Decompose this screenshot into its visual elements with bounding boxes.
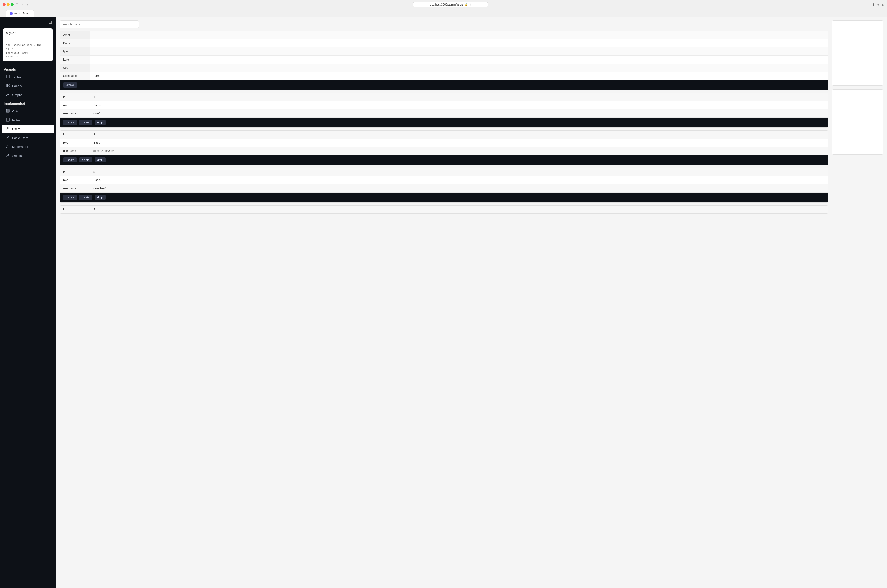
svg-rect-11 (6, 110, 9, 112)
drop-button-1[interactable]: drop (95, 120, 105, 125)
user-3-id: 3 (90, 168, 828, 176)
sidebar-item-graphs[interactable]: Graphs (2, 90, 54, 99)
sidebar-item-admins[interactable]: Admins (2, 151, 54, 160)
id-label: id (60, 206, 90, 213)
sign-out-card: Sign out You logged as user with: id: 1 … (3, 28, 53, 61)
record-row: role Basic (60, 139, 828, 147)
new-tab-icon[interactable]: ＋ (877, 3, 880, 7)
svg-rect-5 (8, 84, 9, 86)
sidebar-item-moderators-label: Moderators (12, 145, 28, 148)
user-card-1: id 1 role Basic username user1 update de… (60, 93, 828, 128)
share-icon[interactable]: ⬆ (872, 3, 875, 6)
drop-button-3[interactable]: drop (95, 195, 105, 200)
sidebar: ⊟ Sign out You logged as user with: id: … (0, 17, 56, 588)
svg-point-21 (6, 145, 8, 146)
sidebar-item-users[interactable]: Users (2, 125, 54, 133)
tab-title: Admin Panel (14, 12, 30, 15)
delete-button-3[interactable]: delete (79, 195, 92, 200)
sidebar-item-tables-label: Tables (12, 75, 21, 79)
field-input-amet[interactable] (90, 31, 828, 39)
user-info: You logged as user with: id: 1 username:… (6, 43, 50, 59)
record-row: username newUser3 (60, 184, 828, 192)
drop-button-2[interactable]: drop (95, 158, 105, 162)
field-label-dolor: Dolor (60, 39, 90, 47)
user-card-3: id 3 role Basic username newUser3 update… (60, 168, 828, 202)
sidebar-toggle-icon[interactable]: ⊟ (15, 3, 18, 7)
user-3-actions: update delete drop (60, 192, 828, 202)
sidebar-item-basic-users[interactable]: Basic users (2, 134, 54, 142)
graphs-icon (6, 93, 10, 97)
windows-icon[interactable]: ⧉ (882, 3, 884, 7)
search-input[interactable] (60, 21, 139, 28)
field-value-selectable[interactable]: Parrot (90, 72, 828, 80)
svg-rect-4 (6, 84, 8, 87)
username-label: username (60, 147, 90, 155)
basic-users-icon (6, 136, 10, 140)
sidebar-section-visuals: Visuals (0, 65, 56, 73)
create-form: Amet Dolor Ipsum Lorem Set (60, 31, 828, 90)
user-2-role: Basic (90, 139, 828, 147)
user-2-username: someOtherUser (90, 147, 828, 155)
svg-point-22 (8, 145, 9, 146)
reload-icon[interactable]: ↻ (469, 3, 472, 6)
forward-icon[interactable]: › (26, 2, 29, 7)
svg-rect-6 (8, 86, 9, 87)
id-label: id (60, 130, 90, 138)
sidebar-item-cats[interactable]: Cats (2, 107, 54, 116)
sign-out-button[interactable]: Sign out (6, 32, 16, 34)
sidebar-item-moderators[interactable]: Moderators (2, 142, 54, 151)
field-label-amet: Amet (60, 31, 90, 39)
user-3-username: newUser3 (90, 184, 828, 192)
field-input-dolor[interactable] (90, 39, 828, 47)
update-button-1[interactable]: update (63, 120, 77, 125)
sidebar-item-graphs-label: Graphs (12, 93, 23, 97)
record-row: id 3 (60, 168, 828, 176)
record-row: id 1 (60, 93, 828, 101)
delete-button-2[interactable]: delete (79, 158, 92, 162)
field-input-ipsum[interactable] (90, 48, 828, 56)
update-button-3[interactable]: update (63, 195, 77, 200)
user-1-actions: update delete drop (60, 117, 828, 128)
record-row: username someOtherUser (60, 147, 828, 155)
sidebar-item-panels[interactable]: Panels (2, 82, 54, 90)
close-button[interactable] (3, 3, 6, 6)
user-3-role: Basic (90, 176, 828, 184)
sidebar-item-basic-users-label: Basic users (12, 136, 29, 140)
svg-point-19 (7, 128, 8, 129)
maximize-button[interactable] (11, 3, 14, 6)
field-input-lorem[interactable] (90, 56, 828, 63)
role-label: role (60, 101, 90, 109)
field-label-ipsum: Ipsum (60, 48, 90, 56)
sidebar-section-implemented: Implemented (0, 99, 56, 107)
back-icon[interactable]: ‹ (21, 2, 24, 7)
user-1-username: user1 (90, 110, 828, 117)
right-panel-bottom (832, 89, 883, 154)
svg-point-23 (7, 154, 8, 155)
record-row: id 4 (60, 206, 828, 213)
create-button[interactable]: create (63, 82, 77, 87)
sidebar-item-notes[interactable]: Notes (2, 116, 54, 124)
svg-rect-0 (6, 75, 9, 78)
table-icon (6, 75, 10, 79)
role-label: role (60, 176, 90, 184)
delete-button-1[interactable]: delete (79, 120, 92, 125)
sidebar-item-cats-label: Cats (12, 110, 19, 113)
record-row: id 2 (60, 130, 828, 139)
right-panel-top (832, 21, 883, 86)
field-input-set[interactable] (90, 64, 828, 72)
sidebar-toggle-icon[interactable]: ⊟ (49, 20, 52, 25)
minimize-button[interactable] (7, 3, 9, 6)
address-bar[interactable]: localhost:3000/admin/users 🔒 ↻ (413, 2, 488, 8)
svg-rect-15 (6, 118, 9, 121)
record-row: role Basic (60, 176, 828, 184)
field-label-selectable: Selectable (60, 72, 90, 80)
user-2-id: 2 (90, 130, 828, 138)
username-label: username (60, 110, 90, 117)
update-button-2[interactable]: update (63, 158, 77, 162)
record-row: role Basic (60, 101, 828, 110)
field-label-lorem: Lorem (60, 56, 90, 63)
notes-icon (6, 118, 10, 122)
svg-point-8 (7, 94, 8, 94)
sidebar-item-tables[interactable]: Tables (2, 73, 54, 81)
active-tab[interactable]: Admin Panel (6, 10, 34, 16)
